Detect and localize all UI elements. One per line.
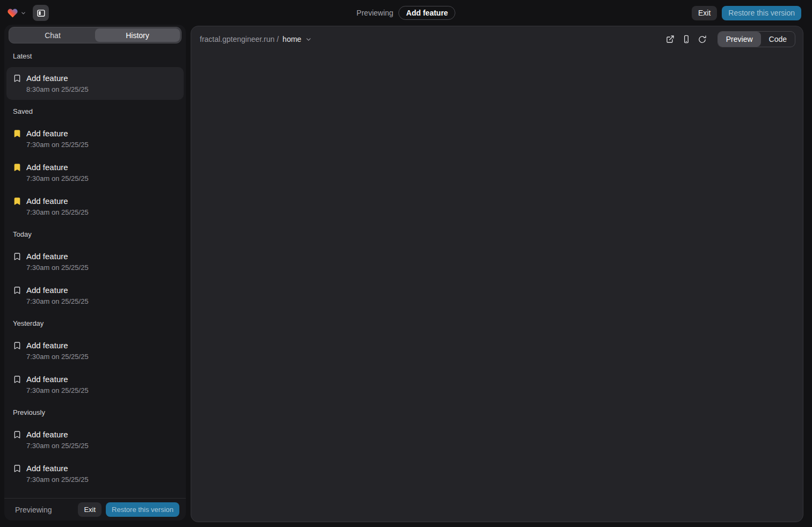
bookmark-icon [13, 341, 21, 350]
item-time: 7:30am on 25/25/25 [26, 442, 89, 450]
history-item[interactable]: Add feature 7:30am on 25/25/25 [6, 190, 184, 223]
bookmark-icon [13, 252, 21, 261]
exit-button[interactable]: Exit [692, 6, 717, 20]
section-label: Yesterday [13, 319, 177, 327]
item-time: 7:30am on 25/25/25 [26, 353, 89, 361]
section-items: Add feature 8:30am on 25/25/25 [6, 67, 184, 100]
section-items: Add feature 7:30am on 25/25/25 Add featu… [6, 122, 184, 223]
toggle-preview-button[interactable]: Preview [718, 32, 761, 47]
item-time: 7:30am on 25/25/25 [26, 297, 89, 306]
sidebar-toggle-button[interactable] [33, 5, 49, 21]
preview-body [191, 52, 803, 522]
item-text: Add feature 8:30am on 25/25/25 [26, 73, 89, 94]
topbar-right: Exit Restore this version [692, 6, 801, 20]
history-section: Latest Add feature 8:30am on 25/25/25 [6, 52, 184, 100]
history-section: Saved Add feature 7:30am on 25/25/25 Add… [6, 107, 184, 223]
tab-history[interactable]: History [95, 28, 180, 42]
history-item[interactable]: Add feature 7:30am on 25/25/25 [6, 423, 184, 456]
section-label: Saved [13, 107, 177, 115]
section-label: Previously [13, 408, 177, 416]
sidebar-tabs: Chat History [9, 27, 182, 43]
history-item[interactable]: Add feature 7:30am on 25/25/25 [6, 334, 184, 367]
history-list[interactable]: Latest Add feature 8:30am on 25/25/25 Sa… [4, 43, 186, 498]
section-items: Add feature 7:30am on 25/25/25 Add featu… [6, 334, 184, 401]
item-title: Add feature [26, 429, 89, 440]
item-time: 7:30am on 25/25/25 [26, 475, 89, 484]
tab-chat[interactable]: Chat [10, 28, 95, 42]
bookmark-icon [13, 163, 21, 172]
bookmark-icon [13, 375, 21, 384]
footer-previewing-label: Previewing [15, 506, 52, 514]
item-title: Add feature [26, 73, 89, 83]
item-time: 7:30am on 25/25/25 [26, 208, 89, 217]
preview-url-page: home [282, 35, 301, 43]
history-item[interactable]: Add feature 7:30am on 25/25/25 [6, 279, 184, 312]
topbar: Previewing Add feature Exit Restore this… [0, 0, 812, 26]
chevron-down-icon [305, 36, 312, 43]
mobile-preview-button[interactable] [679, 32, 694, 47]
bookmark-icon [13, 464, 21, 473]
chevron-down-icon [20, 10, 26, 16]
restore-version-button[interactable]: Restore this version [722, 6, 801, 20]
topbar-left [6, 5, 49, 21]
refresh-button[interactable] [695, 32, 710, 47]
item-text: Add feature 7:30am on 25/25/25 [26, 429, 89, 450]
history-item[interactable]: Add feature 7:30am on 25/25/25 [6, 122, 184, 155]
item-text: Add feature 7:30am on 25/25/25 [26, 251, 89, 272]
item-title: Add feature [26, 463, 89, 473]
item-text: Add feature 7:30am on 25/25/25 [26, 196, 89, 217]
footer-exit-button[interactable]: Exit [78, 502, 102, 517]
item-title: Add feature [26, 285, 89, 295]
history-sidebar: Chat History Latest Add feature 8:30am o… [4, 25, 186, 521]
refresh-icon [698, 35, 707, 43]
item-text: Add feature 7:30am on 25/25/25 [26, 374, 89, 395]
toggle-code-button[interactable]: Code [761, 32, 795, 47]
section-label: Latest [13, 52, 177, 60]
panel-left-icon [37, 9, 46, 18]
version-badge: Add feature [398, 6, 455, 20]
history-section: Previously Add feature 7:30am on 25/25/2… [6, 408, 184, 490]
history-item[interactable]: Add feature 7:30am on 25/25/25 [6, 457, 184, 490]
workspace-menu-button[interactable] [6, 8, 26, 19]
item-time: 7:30am on 25/25/25 [26, 386, 89, 395]
item-text: Add feature 7:30am on 25/25/25 [26, 128, 89, 149]
history-section: Yesterday Add feature 7:30am on 25/25/25… [6, 319, 184, 401]
footer-restore-version-button[interactable]: Restore this version [106, 502, 179, 517]
item-text: Add feature 7:30am on 25/25/25 [26, 285, 89, 306]
history-item[interactable]: Add feature 8:30am on 25/25/25 [6, 67, 184, 100]
item-time: 7:30am on 25/25/25 [26, 174, 89, 183]
history-item[interactable]: Add feature 7:30am on 25/25/25 [6, 156, 184, 189]
previewing-label: Previewing [357, 9, 393, 17]
item-title: Add feature [26, 162, 89, 172]
section-items: Add feature 7:30am on 25/25/25 Add featu… [6, 423, 184, 490]
history-item[interactable]: Add feature 7:30am on 25/25/25 [6, 368, 184, 401]
item-text: Add feature 7:30am on 25/25/25 [26, 162, 89, 183]
item-text: Add feature 7:30am on 25/25/25 [26, 463, 89, 484]
item-title: Add feature [26, 196, 89, 206]
item-time: 7:30am on 25/25/25 [26, 264, 89, 272]
open-in-new-tab-icon [666, 35, 675, 43]
history-item[interactable]: Add feature 7:30am on 25/25/25 [6, 245, 184, 278]
item-title: Add feature [26, 374, 89, 384]
preview-url-dropdown[interactable]: fractal.gptengineer.run / home [200, 35, 312, 43]
preview-url-prefix: fractal.gptengineer.run / [200, 35, 279, 43]
bookmark-icon [13, 129, 21, 138]
mobile-preview-icon [682, 35, 691, 43]
bookmark-icon [13, 197, 21, 206]
item-text: Add feature 7:30am on 25/25/25 [26, 340, 89, 361]
preview-header: fractal.gptengineer.run / home [191, 26, 803, 52]
bookmark-icon [13, 430, 21, 439]
bookmark-icon [13, 74, 21, 83]
topbar-center: Previewing Add feature [357, 0, 455, 26]
view-toggle: Preview Code [717, 31, 795, 47]
item-title: Add feature [26, 251, 89, 261]
preview-header-actions: Preview Code [663, 31, 795, 47]
item-time: 8:30am on 25/25/25 [26, 85, 89, 94]
open-in-new-tab-button[interactable] [663, 32, 678, 47]
item-time: 7:30am on 25/25/25 [26, 141, 89, 149]
preview-panel: fractal.gptengineer.run / home [191, 26, 803, 522]
item-title: Add feature [26, 128, 89, 138]
section-items: Add feature 7:30am on 25/25/25 Add featu… [6, 245, 184, 312]
item-title: Add feature [26, 340, 89, 350]
sidebar-footer: Previewing Exit Restore this version [4, 498, 186, 521]
